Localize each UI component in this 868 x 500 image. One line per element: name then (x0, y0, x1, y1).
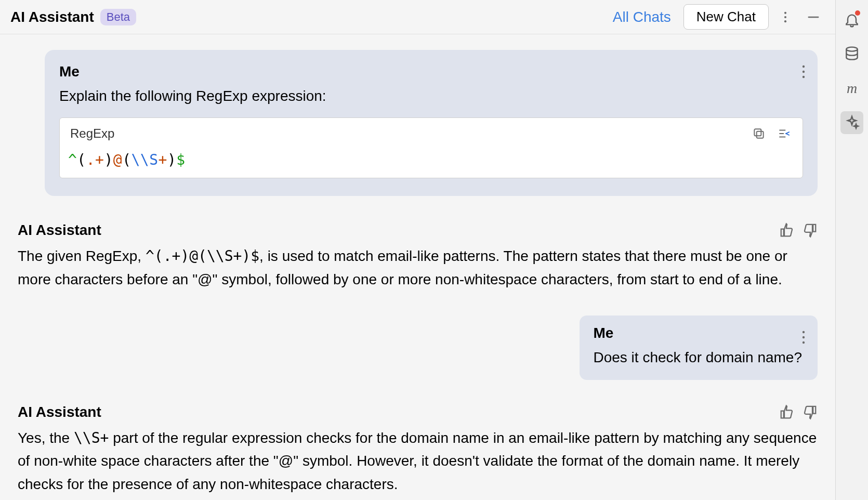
code-header: RegExp (60, 118, 803, 146)
svg-point-15 (846, 47, 857, 51)
thumbs-down-button[interactable] (802, 404, 818, 420)
vertical-dots-icon (802, 330, 805, 345)
ai-assistant-panel: AI Assistant Beta All Chats New Chat (0, 0, 836, 500)
panel-header: AI Assistant Beta All Chats New Chat (0, 0, 835, 34)
thumbs-up-icon (779, 404, 795, 420)
svg-point-0 (784, 11, 786, 14)
message-text: Yes, the \\S+ part of the regular expres… (18, 427, 818, 496)
svg-point-5 (803, 71, 805, 73)
message-menu-button[interactable] (799, 61, 808, 84)
message-sender: AI Assistant (18, 404, 101, 420)
user-message: Me Explain the following RegExp expressi… (45, 50, 818, 196)
code-language-label: RegExp (70, 126, 114, 141)
maven-icon: m (847, 80, 857, 97)
vertical-dots-icon (802, 64, 805, 79)
ai-message: AI Assistant Ye (18, 404, 818, 496)
ai-message: AI Assistant Th (18, 222, 818, 292)
message-sender: AI Assistant (18, 222, 101, 239)
notifications-button[interactable] (840, 8, 863, 31)
svg-point-2 (784, 20, 786, 22)
code-content[interactable]: ^(.+)@(\\S+)$ (60, 146, 803, 178)
conversation-area: Me Explain the following RegExp expressi… (0, 34, 835, 500)
message-sender: Me (59, 63, 803, 80)
message-text: Explain the following RegExp expression: (59, 85, 803, 107)
notification-dot-icon (855, 10, 860, 16)
insert-code-button[interactable] (774, 124, 793, 143)
message-text: The given RegExp, ^(.+)@(\\S+)$, is used… (18, 245, 818, 292)
svg-rect-7 (757, 131, 764, 138)
message-text: Does it check for domain name? (593, 347, 802, 369)
thumbs-up-button[interactable] (779, 222, 795, 238)
more-options-button[interactable] (774, 6, 797, 29)
thumbs-up-icon (779, 222, 795, 238)
sparkle-icon (844, 114, 860, 131)
minimize-icon (806, 10, 821, 24)
vertical-dots-icon (778, 10, 793, 24)
user-message: Me Does it check for domain name? (580, 315, 818, 380)
code-block: RegExp (59, 117, 803, 178)
thumbs-up-button[interactable] (779, 404, 795, 420)
svg-point-13 (803, 336, 805, 338)
feedback-controls (779, 222, 818, 238)
right-tool-rail: m (836, 0, 868, 500)
svg-point-4 (803, 65, 805, 68)
database-icon (844, 46, 860, 62)
svg-point-14 (803, 341, 805, 343)
message-menu-button[interactable] (799, 327, 808, 350)
database-button[interactable] (840, 43, 863, 65)
svg-point-12 (803, 331, 805, 333)
thumbs-down-icon (802, 404, 818, 420)
svg-rect-8 (754, 129, 761, 136)
svg-point-1 (784, 16, 786, 18)
copy-icon (752, 127, 766, 140)
feedback-controls (779, 404, 818, 420)
svg-point-6 (803, 76, 805, 78)
thumbs-down-button[interactable] (802, 222, 818, 238)
panel-title: AI Assistant (10, 9, 94, 25)
insert-icon (777, 127, 791, 140)
new-chat-button[interactable]: New Chat (683, 4, 769, 30)
minimize-button[interactable] (802, 6, 825, 29)
beta-badge: Beta (100, 9, 136, 25)
message-sender: Me (593, 325, 802, 341)
ai-assistant-button[interactable] (840, 111, 863, 134)
thumbs-down-icon (802, 222, 818, 238)
all-chats-link[interactable]: All Chats (613, 9, 671, 25)
maven-button[interactable]: m (840, 77, 863, 100)
copy-code-button[interactable] (749, 124, 768, 143)
